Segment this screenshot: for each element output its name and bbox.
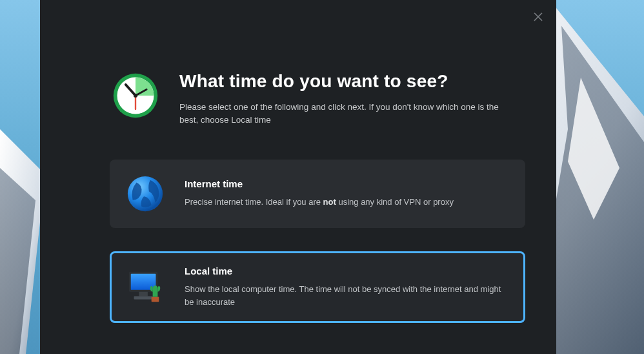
globe-icon: [125, 174, 165, 214]
close-icon: [533, 12, 545, 22]
dialog-subtitle: Please select one of the following and c…: [179, 101, 511, 127]
dialog-header: What time do you want to see? Please sel…: [40, 0, 556, 127]
option-internet-time[interactable]: Internet time Precise internet time. Ide…: [110, 160, 525, 228]
svg-rect-14: [152, 297, 159, 302]
svg-rect-13: [134, 297, 153, 300]
svg-rect-12: [139, 292, 148, 297]
close-button[interactable]: [533, 12, 545, 23]
monitor-icon: [125, 267, 165, 307]
dialog-title: What time do you want to see?: [179, 71, 511, 92]
svg-point-8: [134, 94, 137, 98]
setup-dialog: What time do you want to see? Please sel…: [40, 0, 556, 354]
option-local-time[interactable]: Local time Show the local computer time.…: [110, 251, 525, 323]
option-description: Show the local computer time. The time w…: [185, 283, 507, 309]
option-description: Precise internet time. Ideal if you are …: [185, 196, 507, 209]
option-title: Internet time: [185, 178, 507, 189]
option-title: Local time: [185, 266, 507, 276]
clock-icon: [111, 71, 160, 120]
options-list: Internet time Precise internet time. Ide…: [40, 127, 556, 323]
